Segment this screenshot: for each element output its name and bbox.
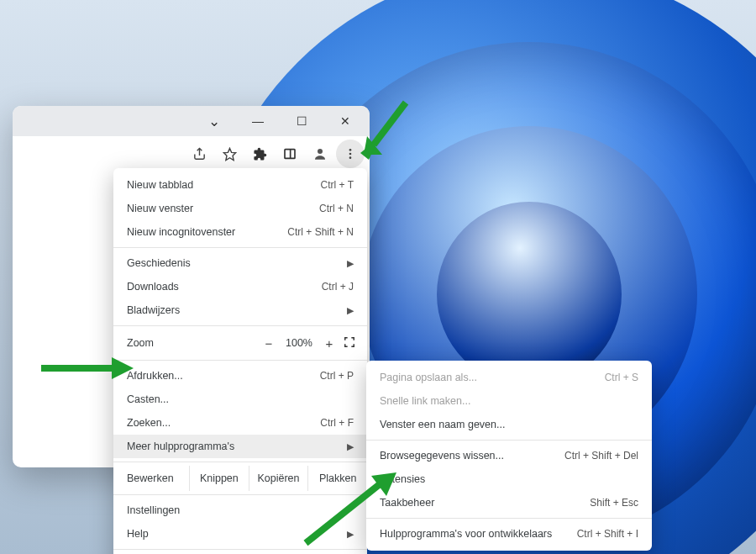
menu-item-label: Snelle link maken...	[380, 395, 638, 407]
menu-item-label: Hulpprogramma's voor ontwikkelaars	[380, 528, 577, 540]
edit-label: Bewerken	[113, 472, 189, 484]
menu-item-shortcut: Ctrl + Shift + I	[577, 528, 638, 540]
menu-new-tab[interactable]: Nieuw tabblad Ctrl + T	[113, 173, 367, 197]
annotation-arrow	[41, 356, 134, 381]
menu-new-window[interactable]: Nieuw venster Ctrl + N	[113, 197, 367, 220]
menu-item-label: Nieuw venster	[127, 203, 319, 214]
zoom-out-button[interactable]: −	[258, 336, 280, 351]
menu-item-label: Afdrukken...	[127, 370, 320, 382]
menu-item-label: Meer hulpprogramma's	[127, 441, 347, 452]
chevron-right-icon: ▶	[347, 258, 354, 269]
chevron-right-icon: ▶	[347, 441, 354, 452]
submenu-save-page-as[interactable]: Pagina opslaan als... Ctrl + S	[366, 366, 652, 389]
puzzle-icon[interactable]	[245, 140, 274, 168]
sidepanel-icon[interactable]	[276, 140, 304, 168]
menu-item-label: Pagina opslaan als...	[380, 372, 605, 383]
menu-item-shortcut: Shift + Esc	[590, 497, 638, 509]
share-icon[interactable]	[185, 140, 213, 168]
annotation-arrow	[360, 98, 414, 160]
menu-item-shortcut: Ctrl + J	[322, 281, 354, 293]
submenu-task-manager[interactable]: Taakbeheer Shift + Esc	[366, 491, 652, 514]
edit-cut-button[interactable]: Knippen	[189, 466, 249, 491]
menu-bookmarks[interactable]: Bladwijzers ▶	[113, 298, 367, 322]
menu-item-label: Casten...	[127, 393, 354, 405]
submenu-extensions[interactable]: Extensies	[366, 467, 652, 491]
menu-item-shortcut: Ctrl + Shift + N	[287, 226, 354, 238]
menu-cast[interactable]: Casten...	[113, 388, 367, 411]
menu-item-shortcut: Ctrl + Shift + Del	[564, 450, 638, 462]
more-tools-submenu: Pagina opslaan als... Ctrl + S Snelle li…	[366, 361, 652, 551]
menu-zoom-row: Zoom − 100% +	[113, 330, 367, 356]
menu-item-label: Downloads	[127, 281, 322, 293]
svg-point-7	[349, 156, 352, 159]
maximize-button[interactable]: ☐	[282, 108, 321, 135]
menu-find[interactable]: Zoeken... Ctrl + F	[113, 411, 367, 435]
menu-more-tools[interactable]: Meer hulpprogramma's ▶	[113, 435, 367, 458]
menu-separator	[366, 440, 652, 441]
chevron-right-icon: ▶	[347, 305, 354, 316]
menu-print[interactable]: Afdrukken... Ctrl + P	[113, 364, 367, 388]
menu-item-label: Browsegegevens wissen...	[380, 450, 564, 462]
menu-item-label: Taakbeheer	[380, 497, 590, 509]
tab-search-button[interactable]: ⌄	[195, 108, 234, 135]
profile-icon[interactable]	[306, 140, 334, 168]
zoom-in-button[interactable]: +	[318, 336, 340, 351]
menu-separator	[113, 325, 367, 326]
fullscreen-button[interactable]	[340, 336, 359, 351]
titlebar: ⌄ — ☐ ✕	[13, 106, 370, 136]
zoom-value: 100%	[280, 337, 318, 349]
submenu-create-shortcut[interactable]: Snelle link maken...	[366, 389, 652, 413]
svg-line-13	[306, 484, 380, 543]
menu-separator	[113, 360, 367, 361]
menu-separator	[113, 247, 367, 248]
menu-history[interactable]: Geschiedenis ▶	[113, 251, 367, 275]
submenu-name-window[interactable]: Venster een naam geven...	[366, 413, 652, 436]
close-button[interactable]: ✕	[326, 108, 365, 135]
menu-item-label: Nieuw incognitovenster	[127, 226, 287, 238]
submenu-dev-tools[interactable]: Hulpprogramma's voor ontwikkelaars Ctrl …	[366, 522, 652, 546]
menu-downloads[interactable]: Downloads Ctrl + J	[113, 275, 367, 298]
svg-point-4	[318, 149, 323, 154]
zoom-label: Zoom	[127, 337, 258, 349]
svg-point-5	[349, 149, 352, 151]
menu-item-shortcut: Ctrl + N	[319, 203, 354, 214]
minimize-button[interactable]: —	[239, 108, 277, 135]
annotation-arrow	[299, 472, 400, 550]
menu-item-shortcut: Ctrl + T	[321, 179, 354, 191]
menu-item-label: Bladwijzers	[127, 304, 347, 316]
menu-separator	[366, 518, 652, 519]
menu-separator	[113, 462, 367, 462]
svg-marker-9	[112, 357, 134, 379]
star-icon[interactable]	[215, 140, 244, 168]
menu-item-label: Nieuw tabblad	[127, 179, 321, 191]
svg-point-6	[349, 153, 352, 156]
browser-toolbar	[13, 136, 370, 171]
submenu-clear-browsing-data[interactable]: Browsegegevens wissen... Ctrl + Shift + …	[366, 444, 652, 467]
menu-item-label: Geschiedenis	[127, 257, 347, 269]
menu-new-incognito[interactable]: Nieuw incognitovenster Ctrl + Shift + N	[113, 220, 367, 244]
menu-item-label: Zoeken...	[127, 417, 320, 429]
menu-item-shortcut: Ctrl + S	[605, 372, 638, 383]
menu-item-label: Venster een naam geven...	[380, 419, 638, 430]
svg-marker-1	[223, 148, 235, 160]
menu-item-shortcut: Ctrl + F	[320, 417, 354, 429]
menu-item-shortcut: Ctrl + P	[320, 370, 354, 382]
menu-item-label: Extensies	[380, 473, 638, 485]
